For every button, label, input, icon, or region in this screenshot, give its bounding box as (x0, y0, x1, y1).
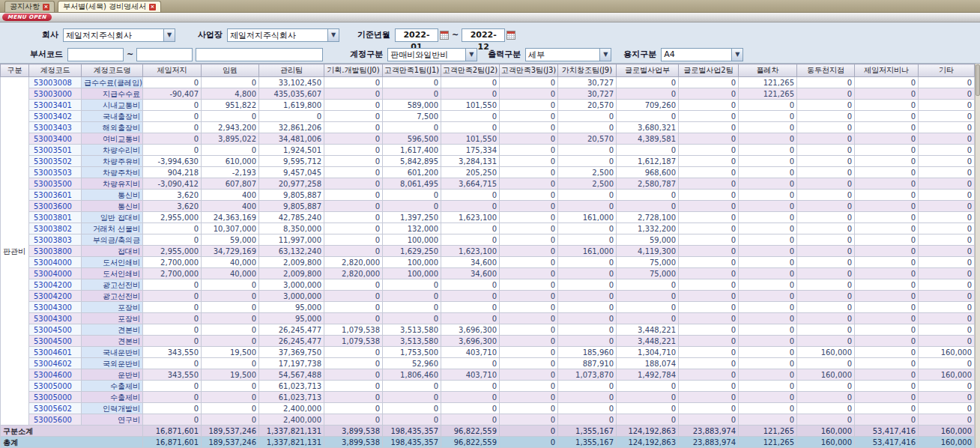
dept-code-from-input[interactable] (67, 48, 124, 61)
value-cell: 0 (383, 403, 441, 414)
value-cell: 0 (679, 88, 739, 100)
dept-name-field[interactable] (196, 48, 323, 61)
table-row[interactable]: 53005600연구비002,400,00000000000000 (1, 414, 975, 426)
value-cell: 0 (855, 246, 919, 257)
period-to-input[interactable]: 2022-12 (462, 28, 505, 42)
value-cell: 403,710 (441, 347, 500, 358)
table-row[interactable]: 53003601통신비3,6204009,805,88700000000000 (1, 190, 975, 201)
table-row[interactable]: 53005000수출제비0061,023,71300000000000 (1, 381, 975, 392)
period-from-input[interactable]: 2022-01 (395, 28, 438, 42)
column-header[interactable]: 계정코드명 (82, 64, 143, 77)
close-icon[interactable]: × (149, 4, 156, 10)
column-header[interactable]: 고객만족1팀(J1) (383, 64, 441, 77)
table-row[interactable]: 53003503차량주차비904,218-2,1939,457,0450601,… (1, 167, 975, 178)
table-row[interactable]: 53003000지급수수료-90,4074,800435,035,6070000… (1, 88, 975, 100)
scrollbar-thumb[interactable] (976, 64, 980, 96)
company-select[interactable]: 제일저지주식회사 ▼ (63, 28, 175, 42)
column-header[interactable]: 동두천지점 (797, 64, 855, 77)
table-row[interactable]: 53003801일반 접대비2,955,00024,363,16942,785,… (1, 212, 975, 223)
value-cell: 400 (202, 190, 259, 201)
vertical-scrollbar[interactable] (975, 64, 980, 448)
value-cell: 610,000 (202, 156, 259, 167)
account-name-cell: 접대비 (82, 246, 143, 257)
account-code-cell: 53004200 (29, 291, 82, 302)
table-row[interactable]: 53004200광고선전비003,000,00000000000000 (1, 291, 975, 302)
column-header[interactable]: 계정코드 (29, 64, 82, 77)
account-type-select[interactable]: 판매비와일반비 ▼ (387, 48, 477, 61)
column-header[interactable]: 글로벌사업부 (617, 64, 679, 77)
value-cell: 0 (855, 347, 919, 358)
table-row[interactable]: 53004601국내운반비343,55019,50037,369,75001,7… (1, 347, 975, 358)
column-header[interactable]: 가치창조팀(J9) (558, 64, 617, 77)
table-row[interactable]: 53003401시내교통비0951,8221,619,8000589,00010… (1, 100, 975, 111)
value-cell: 3,448,221 (617, 324, 679, 336)
value-cell: 3,895,022 (202, 133, 259, 145)
worksite-select[interactable]: 제일저지주식회사 ▼ (227, 28, 339, 42)
column-header[interactable]: 고객만족2팀(J2) (441, 64, 500, 77)
value-cell: 0 (500, 358, 558, 369)
menu-open-button[interactable]: MENU OPEN (2, 13, 52, 21)
table-row[interactable]: 53003600통신비3,6204009,805,88700000000000 (1, 201, 975, 212)
value-cell: 0 (202, 279, 259, 291)
tab-expense-report[interactable]: 부서별(세목) 경비명세서 × (58, 1, 161, 12)
account-name-cell: 시내교통비 (82, 100, 143, 111)
value-cell: 189,537,246 (202, 426, 259, 437)
value-cell: 0 (202, 358, 259, 369)
close-icon[interactable]: × (43, 4, 49, 10)
table-row[interactable]: 53004300포장비0095,00000000000000 (1, 302, 975, 313)
table-row[interactable]: 53004200광고선전비003,000,00000000000000 (1, 279, 975, 291)
table-row[interactable]: 53003402국내출장비00007,500000000000 (1, 111, 975, 122)
table-row[interactable]: 53004600운반비343,55019,50054,567,48801,806… (1, 369, 975, 381)
column-header[interactable]: 플레차 (739, 64, 797, 77)
table-row[interactable]: 53004500견본비0026,245,4771,079,5383,513,58… (1, 336, 975, 347)
value-cell: 0 (797, 324, 855, 336)
calendar-icon[interactable] (440, 31, 449, 40)
account-code-cell: 53003500 (29, 178, 82, 190)
value-cell: 0 (739, 347, 797, 358)
account-name-cell: 국내운반비 (82, 347, 143, 358)
value-cell: 0 (679, 133, 739, 145)
calendar-icon[interactable] (506, 31, 515, 40)
table-row[interactable]: 판관비53003008급수수료(클레임)0033,102,450000030,7… (1, 77, 975, 88)
value-cell: 0 (919, 279, 975, 291)
table-row[interactable]: 53003802거래처 선물비010,307,0008,350,0000132,… (1, 223, 975, 234)
table-row[interactable]: 53003403해외출장비02,943,20032,861,206000003,… (1, 122, 975, 133)
value-cell: 0 (855, 268, 919, 279)
output-type-select[interactable]: 세부 ▼ (525, 48, 611, 61)
value-cell: 34,729,169 (202, 246, 259, 257)
table-row[interactable]: 53003500차량유지비-3,090,412607,80720,977,258… (1, 178, 975, 190)
column-header[interactable]: 기획.개발팀(J0) (324, 64, 383, 77)
table-row[interactable]: 53005602인력개발비002,400,00000000000000 (1, 403, 975, 414)
column-header[interactable]: 제일저지 (143, 64, 202, 77)
column-header[interactable]: 제일저지비나 (855, 64, 919, 77)
value-cell: 4,389,581 (617, 133, 679, 145)
column-header[interactable]: 관리팀 (259, 64, 324, 77)
table-row[interactable]: 53005000수출제비0061,023,71300000000000 (1, 392, 975, 403)
table-row[interactable]: 53004000도서인쇄비2,700,00040,0002,009,8002,8… (1, 257, 975, 268)
table-row[interactable]: 53004500견본비0026,245,4771,079,5383,513,58… (1, 324, 975, 336)
table-row[interactable]: 53004602국외운반비0017,197,738052,96000887,91… (1, 358, 975, 369)
table-row[interactable]: 53003803부의금/축의금059,00011,997,0000100,000… (1, 234, 975, 246)
table-row[interactable]: 53003501차량수리비001,924,50101,617,400175,33… (1, 145, 975, 156)
value-cell: 1,612,187 (617, 156, 679, 167)
column-header[interactable]: 구분 (1, 64, 29, 77)
chevron-down-icon: ▼ (599, 49, 611, 61)
value-cell: 0 (919, 111, 975, 122)
dept-code-to-input[interactable] (136, 48, 193, 61)
grand-total-row[interactable]: 총계16,871,601189,537,2461,337,821,1313,89… (1, 437, 975, 448)
table-row[interactable]: 53003800접대비2,955,00034,729,16963,132,240… (1, 246, 975, 257)
column-header[interactable]: 글로벌사업2팀 (679, 64, 739, 77)
tab-notice[interactable]: 공지사항 × (4, 1, 55, 12)
subtotal-row[interactable]: 구분소계16,871,601189,537,2461,337,821,1313,… (1, 426, 975, 437)
table-row[interactable]: 53003400여비교통비03,895,02234,481,0060596,50… (1, 133, 975, 145)
table-row[interactable]: 53003502차량주유비-3,994,630610,0009,595,7120… (1, 156, 975, 167)
paper-type-select[interactable]: A4 ▼ (661, 48, 743, 61)
table-row[interactable]: 53004000도서인쇄비2,700,00040,0002,009,8002,8… (1, 268, 975, 279)
value-cell: 0 (558, 313, 617, 324)
column-header[interactable]: 임원 (202, 64, 259, 77)
table-row[interactable]: 53004300포장비0095,00000000000000 (1, 313, 975, 324)
value-cell: 8,061,495 (383, 178, 441, 190)
value-cell: 0 (919, 234, 975, 246)
column-header[interactable]: 기타 (919, 64, 975, 77)
column-header[interactable]: 고객만족3팀(J3) (500, 64, 558, 77)
